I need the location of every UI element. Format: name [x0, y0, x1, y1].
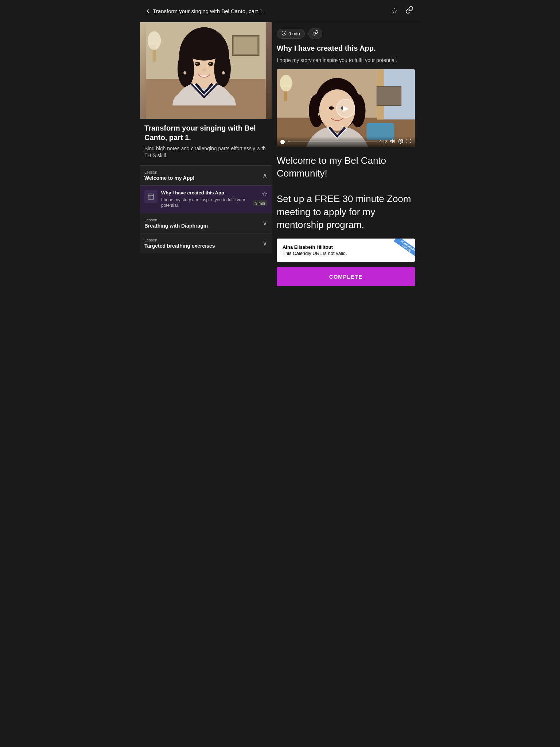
svg-point-14: [195, 63, 197, 64]
welcome-text-2: Set up a FREE 30 minute Zoom meeting to …: [277, 193, 411, 230]
svg-point-35: [329, 106, 334, 109]
meta-row: 9 min: [277, 28, 415, 39]
lesson-label-3: Lesson: [144, 238, 215, 242]
lesson-name-3: Targeted breathing exercises: [144, 243, 215, 249]
duration-badge: 9 min: [253, 200, 267, 206]
bookmark-button[interactable]: ☆: [390, 5, 399, 16]
svg-point-11: [183, 34, 226, 61]
svg-point-5: [148, 31, 161, 50]
lesson-label-2: Lesson: [144, 218, 208, 222]
progress-bar[interactable]: [288, 142, 377, 142]
svg-point-16: [202, 69, 206, 71]
course-subtitle: Sing high notes and challenging parts ef…: [144, 145, 267, 159]
svg-rect-39: [377, 86, 401, 105]
welcome-text-1: Welcome to my Bel Canto Community!: [277, 155, 386, 179]
course-thumbnail: [140, 22, 272, 119]
lesson-item-icon: [144, 190, 158, 203]
svg-point-12: [195, 62, 200, 66]
svg-point-41: [400, 140, 401, 142]
chevron-down-icon-3: ∨: [262, 239, 267, 247]
lesson-header-welcome[interactable]: Lesson Welcome to my App! ∧: [140, 166, 272, 185]
lesson-section-targeted: Lesson Targeted breathing exercises ∨: [140, 233, 272, 253]
play-button[interactable]: ▶: [336, 99, 355, 118]
lesson-section-welcome: Lesson Welcome to my App! ∧ Why I have: [140, 165, 272, 213]
lesson-item-content: Why I have created this App. I hope my s…: [161, 190, 249, 209]
svg-point-18: [222, 71, 225, 74]
video-player[interactable]: ▶ 9:12: [277, 69, 415, 147]
course-title: Transform your singing with Bel Canto, p…: [144, 123, 267, 142]
lesson-list: Lesson Welcome to my App! ∧ Why I have: [140, 162, 272, 253]
sound-icon[interactable]: [390, 139, 395, 145]
header-left: ‹ Transform your singing with Bel Canto,…: [146, 5, 390, 16]
lesson-header-targeted[interactable]: Lesson Targeted breathing exercises ∨: [140, 233, 272, 253]
calendly-box: POWERED BY Calendly Aina Elisabeth Hillt…: [277, 239, 415, 262]
content-text: Welcome to my Bel Canto Community! Set u…: [277, 154, 415, 231]
lesson-item-right: ☆ 9 min: [253, 190, 267, 206]
detail-description: I hope my story can inspire you to fulfi…: [277, 57, 415, 64]
svg-point-37: [318, 113, 320, 116]
fullscreen-icon[interactable]: [406, 139, 411, 145]
settings-icon[interactable]: [398, 139, 403, 145]
svg-rect-20: [234, 37, 257, 54]
svg-point-15: [209, 63, 211, 64]
svg-point-13: [208, 62, 214, 66]
complete-button[interactable]: COMPLETE: [277, 267, 415, 286]
main-layout: Transform your singing with Bel Canto, p…: [140, 22, 420, 292]
duration-text: 9 min: [288, 31, 300, 36]
left-column: Transform your singing with Bel Canto, p…: [140, 22, 272, 292]
lesson-label-1: Lesson: [144, 170, 195, 174]
progress-fill: [288, 142, 289, 142]
favorite-button[interactable]: ☆: [261, 190, 267, 198]
video-controls: 9:12: [277, 136, 415, 147]
duration-meta: 9 min: [277, 29, 305, 39]
share-link-button[interactable]: [405, 5, 414, 17]
right-column: 9 min Why I have created this App. I hop…: [272, 22, 420, 292]
chevron-up-icon: ∧: [262, 171, 267, 179]
video-time: 9:12: [380, 140, 387, 144]
video-control-icons: [390, 139, 411, 145]
svg-point-30: [280, 75, 292, 91]
header: ‹ Transform your singing with Bel Canto,…: [140, 0, 420, 22]
svg-rect-21: [148, 194, 154, 199]
lesson-section-breathing: Lesson Breathing with Diaphragm ∨: [140, 213, 272, 233]
lesson-item-app[interactable]: Why I have created this App. I hope my s…: [140, 185, 272, 213]
course-info: Transform your singing with Bel Canto, p…: [140, 119, 272, 162]
lesson-name-1: Welcome to my App!: [144, 175, 195, 181]
lesson-name-2: Breathing with Diaphragm: [144, 223, 208, 229]
header-title: Transform your singing with Bel Canto, p…: [153, 8, 264, 14]
progress-dot: [280, 140, 285, 144]
header-icons: ☆: [390, 5, 414, 17]
detail-title: Why I have created this App.: [277, 43, 415, 53]
svg-marker-40: [390, 140, 392, 143]
detail-link-badge[interactable]: [308, 28, 322, 39]
lesson-item-title: Why I have created this App.: [161, 190, 249, 196]
chevron-down-icon-2: ∨: [262, 219, 267, 227]
lesson-item-desc: I hope my story can inspire you to fulfi…: [161, 197, 249, 209]
svg-point-17: [183, 71, 186, 74]
clock-icon: [281, 31, 287, 37]
back-button[interactable]: ‹: [146, 5, 150, 16]
lesson-header-breathing[interactable]: Lesson Breathing with Diaphragm ∨: [140, 213, 272, 233]
